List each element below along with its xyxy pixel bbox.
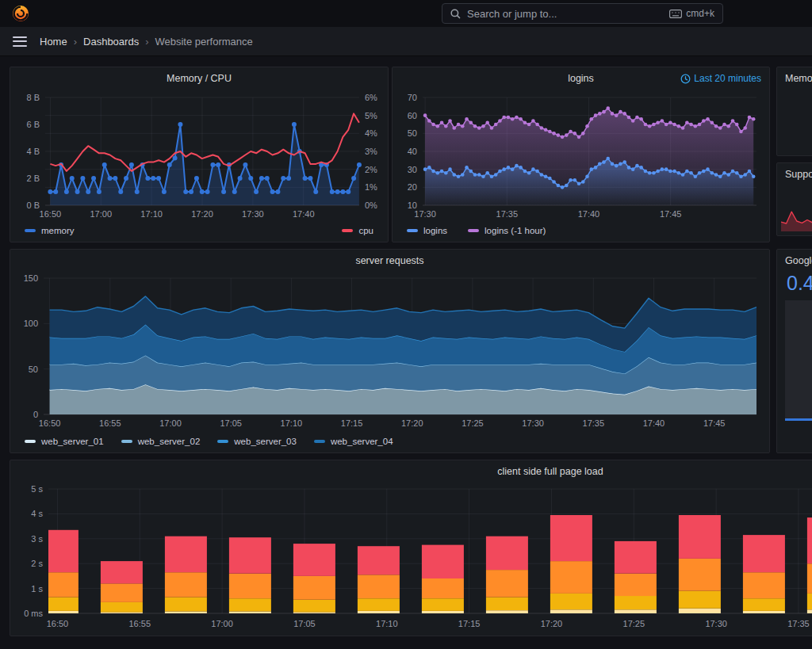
svg-text:17:05: 17:05 <box>293 619 316 628</box>
svg-text:0 ms: 0 ms <box>24 609 43 618</box>
svg-text:0: 0 <box>33 410 38 419</box>
breadcrumb: Home › Dashboards › Website performance <box>40 36 253 48</box>
support-sparkline-chart <box>781 198 812 231</box>
svg-text:6%: 6% <box>365 93 377 102</box>
svg-text:16:50: 16:50 <box>47 619 69 628</box>
legend-swatch <box>25 440 36 443</box>
svg-text:17:30: 17:30 <box>522 418 544 428</box>
svg-text:40: 40 <box>408 147 417 156</box>
svg-text:150: 150 <box>24 273 38 283</box>
breadcrumb-home[interactable]: Home <box>40 36 67 48</box>
legend-label: memory <box>41 226 75 235</box>
legend-swatch <box>407 229 418 232</box>
bar-gauge-label: A-series <box>785 426 812 435</box>
svg-text:0 B: 0 B <box>26 200 40 210</box>
panel-title[interactable]: Google <box>785 255 812 266</box>
legend-item[interactable]: web_server_04 <box>314 437 393 446</box>
svg-text:5%: 5% <box>365 111 377 120</box>
panel-memory-cpu: Memory / CPU 0 B2 B4 B6 B8 B0%1%2%3%4%5%… <box>10 67 389 242</box>
menu-button[interactable] <box>13 36 27 47</box>
svg-text:17:35: 17:35 <box>787 619 810 628</box>
legend-label: web_server_02 <box>138 437 201 446</box>
panel-title[interactable]: client side full page load <box>10 466 812 477</box>
panel-title[interactable]: Support <box>785 169 812 180</box>
svg-text:17:20: 17:20 <box>541 619 563 628</box>
bar-gauge-fill <box>785 418 812 421</box>
svg-text:17:15: 17:15 <box>458 619 481 628</box>
svg-text:0%: 0% <box>365 200 377 210</box>
svg-text:17:00: 17:00 <box>159 418 182 428</box>
svg-text:17:25: 17:25 <box>623 619 645 628</box>
memory-cpu-legend: memorycpu <box>25 223 373 238</box>
svg-text:2 s: 2 s <box>31 559 43 568</box>
legend-item[interactable]: web_server_02 <box>121 437 201 446</box>
svg-text:5 s: 5 s <box>31 484 43 494</box>
panel-server-requests: server requests 05010015016:5016:5517:00… <box>10 249 770 453</box>
legend-item[interactable]: logins (-1 hour) <box>468 226 546 235</box>
chevron-right-icon: › <box>74 36 77 48</box>
svg-text:17:10: 17:10 <box>376 619 398 628</box>
svg-text:4 B: 4 B <box>26 147 40 156</box>
svg-text:50: 50 <box>29 365 38 374</box>
server-requests-legend: web_server_01web_server_02web_server_03w… <box>25 434 755 449</box>
panel-memory-cut: Memory <box>776 67 812 156</box>
svg-text:2 B: 2 B <box>26 174 40 183</box>
legend-label: web_server_03 <box>234 437 297 446</box>
legend-item[interactable]: web_server_03 <box>217 437 297 446</box>
svg-text:17:25: 17:25 <box>462 418 484 428</box>
legend-label: web_server_04 <box>331 437 393 446</box>
legend-label: logins (-1 hour) <box>485 226 546 235</box>
svg-text:17:35: 17:35 <box>583 418 605 428</box>
svg-text:17:20: 17:20 <box>191 209 213 219</box>
svg-text:70: 70 <box>408 93 417 102</box>
svg-text:3%: 3% <box>365 147 377 156</box>
panel-logins: logins Last 20 minutes 1020304050607017:… <box>392 67 770 242</box>
panel-page-load: client side full page load 0 ms1 s2 s3 s… <box>10 460 812 636</box>
svg-text:50: 50 <box>408 128 417 138</box>
svg-text:4%: 4% <box>365 128 377 138</box>
legend-swatch <box>121 440 132 443</box>
svg-text:17:35: 17:35 <box>496 209 519 219</box>
svg-text:30: 30 <box>408 165 417 174</box>
search-input[interactable]: Search or jump to... cmd+k <box>442 3 723 24</box>
shortcut-hint: cmd+k <box>669 8 714 19</box>
svg-text:17:40: 17:40 <box>578 209 600 219</box>
legend-item[interactable]: memory <box>25 226 75 235</box>
memory-cpu-chart[interactable]: 0 B2 B4 B6 B8 B0%1%2%3%4%5%6%16:5017:001… <box>17 91 383 223</box>
breadcrumb-dashboards[interactable]: Dashboards <box>83 36 139 48</box>
legend-item[interactable]: logins <box>407 226 447 235</box>
panel-title[interactable]: Memory <box>785 73 812 84</box>
search-icon <box>450 9 461 19</box>
bar-gauge <box>785 300 812 421</box>
legend-item[interactable]: web_server_01 <box>25 437 104 446</box>
svg-text:17:10: 17:10 <box>140 209 163 219</box>
svg-text:17:45: 17:45 <box>660 209 682 219</box>
svg-text:17:45: 17:45 <box>703 418 726 428</box>
legend-swatch <box>468 229 479 232</box>
top-bar: Search or jump to... cmd+k <box>0 0 812 27</box>
time-override[interactable]: Last 20 minutes <box>680 73 761 84</box>
svg-text:17:40: 17:40 <box>643 418 665 428</box>
svg-text:20: 20 <box>408 182 417 192</box>
page-load-chart[interactable]: 0 ms1 s2 s3 s4 s5 s16:5016:5517:0017:051… <box>17 484 812 632</box>
svg-text:4 s: 4 s <box>31 509 43 518</box>
chevron-right-icon: › <box>145 36 148 48</box>
logins-chart[interactable]: 1020304050607017:3017:3517:4017:45 <box>399 91 764 223</box>
legend-label: cpu <box>358 226 373 235</box>
nav-row: Home › Dashboards › Website performance <box>0 27 812 56</box>
panel-title[interactable]: server requests <box>10 255 769 266</box>
keyboard-icon <box>669 10 682 18</box>
svg-text:100: 100 <box>24 319 38 328</box>
panel-title[interactable]: Memory / CPU <box>10 73 388 84</box>
svg-text:17:20: 17:20 <box>401 418 423 428</box>
legend-item[interactable]: cpu <box>342 226 373 235</box>
legend-swatch <box>342 229 353 232</box>
server-requests-chart[interactable]: 05010015016:5016:5517:0017:0517:1017:151… <box>17 273 764 432</box>
svg-text:17:00: 17:00 <box>90 209 112 219</box>
svg-text:2%: 2% <box>365 165 377 174</box>
svg-text:1%: 1% <box>365 182 377 192</box>
svg-text:17:40: 17:40 <box>293 209 315 219</box>
grafana-logo-icon[interactable] <box>12 5 29 22</box>
svg-text:3 s: 3 s <box>31 534 43 544</box>
time-override-label: Last 20 minutes <box>694 73 761 84</box>
